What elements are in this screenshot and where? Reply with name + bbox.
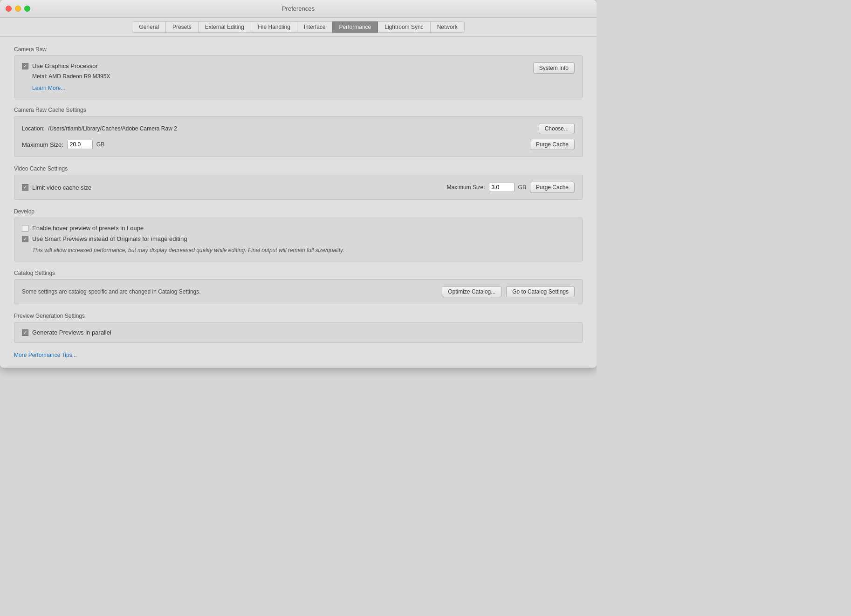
- hover-preview-checkbox[interactable]: [22, 225, 28, 232]
- tab-bar: General Presets External Editing File Ha…: [0, 18, 597, 37]
- tab-general[interactable]: General: [132, 21, 166, 33]
- title-bar: Preferences: [0, 0, 597, 18]
- traffic-lights: [6, 6, 30, 12]
- hover-preview-label: Enable hover preview of presets in Loupe: [32, 225, 144, 232]
- use-gpu-label: Use Graphics Processor: [32, 62, 98, 69]
- tab-performance[interactable]: Performance: [332, 21, 378, 33]
- catalog-section: Catalog Settings Some settings are catal…: [14, 270, 583, 304]
- video-max-size-unit: GB: [518, 184, 526, 191]
- preview-generation-section: Preview Generation Settings Generate Pre…: [14, 313, 583, 343]
- use-gpu-checkbox[interactable]: [22, 63, 28, 69]
- content-area: Camera Raw Use Graphics Processor Metal:…: [0, 37, 597, 368]
- preview-generation-label: Preview Generation Settings: [14, 313, 583, 319]
- preview-generation-box: Generate Previews in parallel: [14, 322, 583, 343]
- generate-previews-checkbox[interactable]: [22, 329, 28, 336]
- develop-label: Develop: [14, 208, 583, 215]
- limit-video-cache-label: Limit video cache size: [32, 184, 91, 191]
- tab-presets[interactable]: Presets: [165, 21, 199, 33]
- close-button[interactable]: [6, 6, 12, 12]
- catalog-description: Some settings are catalog-specific and a…: [22, 288, 201, 295]
- minimize-button[interactable]: [15, 6, 21, 12]
- video-max-size-label: Maximum Size:: [447, 184, 485, 191]
- window-title: Preferences: [282, 5, 315, 12]
- purge-cache-button-video[interactable]: Purge Cache: [530, 182, 575, 193]
- video-cache-box: Limit video cache size Maximum Size: GB …: [14, 175, 583, 200]
- catalog-box: Some settings are catalog-specific and a…: [14, 279, 583, 304]
- catalog-label: Catalog Settings: [14, 270, 583, 276]
- max-size-unit: GB: [96, 141, 104, 148]
- generate-previews-row: Generate Previews in parallel: [22, 329, 575, 336]
- max-size-row: Maximum Size: GB: [22, 140, 104, 149]
- generate-previews-label: Generate Previews in parallel: [32, 329, 111, 336]
- video-cache-section: Video Cache Settings Limit video cache s…: [14, 165, 583, 200]
- camera-raw-cache-section: Camera Raw Cache Settings Location: /Use…: [14, 107, 583, 157]
- max-size-label: Maximum Size:: [22, 141, 63, 148]
- max-size-input[interactable]: [67, 140, 93, 149]
- preferences-window: Preferences General Presets External Edi…: [0, 0, 597, 368]
- smart-previews-row: Use Smart Previews instead of Originals …: [22, 235, 575, 242]
- go-to-catalog-settings-button[interactable]: Go to Catalog Settings: [506, 286, 575, 297]
- location-row: Location: /Users/rtlamb/Library/Caches/A…: [22, 123, 575, 134]
- tab-file-handling[interactable]: File Handling: [251, 21, 297, 33]
- gpu-info: Metal: AMD Radeon R9 M395X: [32, 73, 110, 80]
- smart-previews-label: Use Smart Previews instead of Originals …: [32, 235, 187, 242]
- develop-box: Enable hover preview of presets in Loupe…: [14, 218, 583, 261]
- limit-video-cache-checkbox[interactable]: [22, 184, 28, 191]
- develop-section: Develop Enable hover preview of presets …: [14, 208, 583, 261]
- video-cache-label: Video Cache Settings: [14, 165, 583, 172]
- hover-preview-row: Enable hover preview of presets in Loupe: [22, 225, 575, 232]
- tab-network[interactable]: Network: [430, 21, 465, 33]
- tab-interface[interactable]: Interface: [297, 21, 333, 33]
- tab-external-editing[interactable]: External Editing: [198, 21, 251, 33]
- system-info-button[interactable]: System Info: [533, 62, 575, 74]
- maximize-button[interactable]: [24, 6, 30, 12]
- choose-button[interactable]: Choose...: [539, 123, 575, 134]
- location-text: Location: /Users/rtlamb/Library/Caches/A…: [22, 125, 177, 132]
- purge-cache-button-raw[interactable]: Purge Cache: [530, 139, 575, 150]
- camera-raw-cache-box: Location: /Users/rtlamb/Library/Caches/A…: [14, 116, 583, 157]
- catalog-buttons: Optimize Catalog... Go to Catalog Settin…: [442, 286, 575, 297]
- camera-raw-label: Camera Raw: [14, 46, 583, 53]
- footer-section: More Performance Tips...: [14, 351, 583, 358]
- tab-lightroom-sync[interactable]: Lightroom Sync: [377, 21, 430, 33]
- more-tips-link[interactable]: More Performance Tips...: [14, 352, 77, 358]
- camera-raw-section: Camera Raw Use Graphics Processor Metal:…: [14, 46, 583, 98]
- optimize-catalog-button[interactable]: Optimize Catalog...: [442, 286, 501, 297]
- location-path: /Users/rtlamb/Library/Caches/Adobe Camer…: [48, 125, 177, 132]
- develop-note: This will allow increased performance, b…: [32, 246, 575, 254]
- camera-raw-cache-label: Camera Raw Cache Settings: [14, 107, 583, 113]
- smart-previews-checkbox[interactable]: [22, 236, 28, 242]
- camera-raw-box: Use Graphics Processor Metal: AMD Radeon…: [14, 55, 583, 98]
- learn-more-link[interactable]: Learn More...: [32, 85, 65, 91]
- location-label: Location:: [22, 125, 45, 132]
- use-gpu-row: Use Graphics Processor: [22, 62, 110, 69]
- video-max-size-input[interactable]: [489, 183, 515, 192]
